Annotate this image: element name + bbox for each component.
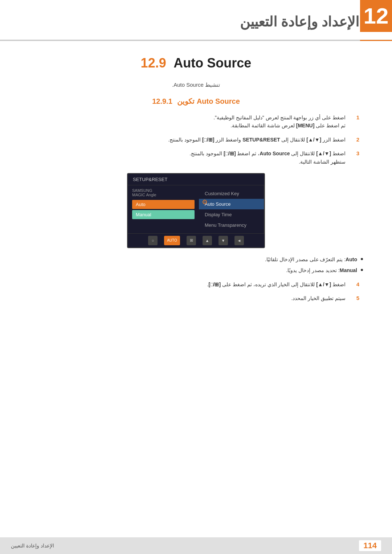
nav-btn-down: ▼ — [219, 236, 228, 245]
menu-header-label: SETUP&RESET — [128, 174, 264, 185]
bullet-dot-manual — [361, 269, 363, 271]
menu-left-panel: ⚙ Customized Key Auto Source Display Tim… — [199, 185, 264, 233]
step-2-text: اضغط الزر [▼/▲] للانتقال إلى SETUP&RESET… — [22, 136, 346, 144]
menu-item-autosource: Auto Source — [199, 199, 264, 209]
nav-btn-auto: AUTO — [164, 236, 180, 245]
menu-right-title: SAMSUNGMAGIC Angle — [132, 188, 195, 197]
menu-body: ⚙ Customized Key Auto Source Display Tim… — [128, 185, 264, 233]
footer-chapter-label: الإعداد وإعادة التعيين — [11, 543, 54, 549]
menu-image: SETUP&RESET ⚙ Customized Key Auto Source… — [127, 173, 265, 248]
bullet-dot-auto — [361, 258, 363, 260]
menu-item-customized: Customized Key — [199, 188, 264, 199]
step-3-number: 3 — [349, 149, 359, 156]
section-num: 12.9 — [141, 56, 166, 70]
nav-btn-left: ◄ — [234, 236, 244, 245]
step-2: 2 اضغط الزر [▼/▲] للانتقال إلى SETUP&RES… — [22, 136, 359, 144]
step-4: 4 اضغط [▼/▲] للانتقال إلى الخيار الذي تر… — [22, 280, 359, 288]
step-3-text: اضغط [▼/▲] للانتقال إلى Auto Source، ثم … — [22, 149, 346, 166]
menu-option-manual: Manual — [132, 210, 195, 219]
bullet-manual: Manual: تحديد مصدر إدخال يدويًا. — [36, 266, 363, 274]
section-title-text: Auto Source — [173, 56, 251, 70]
bullet-text-manual: Manual: تحديد مصدر إدخال يدويًا. — [286, 266, 357, 274]
steps-container-2: 4 اضغط [▼/▲] للانتقال إلى الخيار الذي تر… — [22, 280, 370, 303]
step-5-text: سيتم تطبيق الخيار المحدد. — [22, 294, 346, 302]
section-title: 12.9 Auto Source — [22, 56, 370, 71]
bullets-container: Auto: يتم التعرّف على مصدر الإدخال تلقائ… — [36, 255, 370, 275]
step-2-number: 2 — [349, 136, 359, 143]
page-footer: الإعداد وإعادة التعيين 114 — [0, 537, 392, 554]
step-5: 5 سيتم تطبيق الخيار المحدد. — [22, 294, 359, 302]
step-3: 3 اضغط [▼/▲] للانتقال إلى Auto Source، ث… — [22, 149, 359, 166]
main-content: 12.9 Auto Source تنشيط Auto Source. 12.9… — [0, 41, 392, 323]
step-5-number: 5 — [349, 294, 359, 301]
step-1-number: 1 — [349, 114, 359, 120]
nav-btn-up: ▲ — [203, 236, 212, 245]
menu-item-menutransparency: Menu Transparency — [199, 220, 264, 230]
bullet-text-auto: Auto: يتم التعرّف على مصدر الإدخال تلقائ… — [265, 255, 357, 263]
chapter-number: 12 — [364, 5, 389, 27]
page-header: الإعداد وإعادة التعيين 12 — [0, 0, 392, 40]
sub-section-title: 12.9.1 تكوين Auto Source — [22, 97, 370, 106]
menu-option-auto: Auto — [132, 200, 195, 209]
nav-btn-power: ○ — [148, 236, 158, 245]
menu-nav-bar: ◄ ▼ ▲ ⊞ AUTO ○ — [128, 233, 264, 247]
step-1: 1 اضغط على أي زر بواجهة المنتج لعرض "دلي… — [22, 114, 359, 130]
sub-section-title-text: تكوين Auto Source — [177, 97, 240, 105]
nav-btn-enter: ⊞ — [187, 236, 196, 245]
footer-page-number: 114 — [359, 540, 381, 551]
menu-item-displaytime: Display Time — [199, 209, 264, 220]
steps-container: 1 اضغط على أي زر بواجهة المنتج لعرض "دلي… — [22, 114, 370, 166]
step-4-text: اضغط [▼/▲] للانتقال إلى الخيار الذي تريد… — [22, 280, 346, 288]
step-1-text: اضغط على أي زر بواجهة المنتج لعرض "دليل … — [22, 114, 346, 130]
sub-section-num: 12.9.1 — [152, 97, 172, 105]
menu-right-panel: SAMSUNGMAGIC Angle Auto Manual — [128, 185, 199, 233]
bullet-auto: Auto: يتم التعرّف على مصدر الإدخال تلقائ… — [36, 255, 363, 263]
activation-text: تنشيط Auto Source. — [22, 82, 370, 88]
step-4-number: 4 — [349, 280, 359, 287]
chapter-number-box: 12 — [360, 0, 392, 32]
